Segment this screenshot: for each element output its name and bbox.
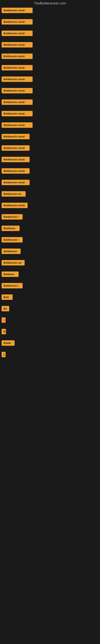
list-item: Bottleneck result bbox=[0, 203, 100, 210]
site-title: TheBottlenecker.com bbox=[0, 0, 100, 8]
bottleneck-result-badge: Bottleneck result bbox=[1, 88, 33, 94]
bottleneck-result-badge: Bottleneck result bbox=[1, 30, 33, 36]
bottleneck-result-badge: Bottleneck result bbox=[1, 122, 33, 128]
bottleneck-result-badge: Bottleneck result bbox=[1, 134, 30, 139]
list-item: Bottleneck result bbox=[0, 134, 100, 142]
bottleneck-result-badge: Bottleneck result bbox=[1, 111, 33, 116]
bottleneck-result-badge: Bottleneck res bbox=[1, 260, 25, 266]
list-item: Bottleneck result bbox=[0, 100, 100, 107]
bottleneck-result-badge: B bbox=[1, 329, 6, 334]
bottleneck-result-badge: Bottleneck result bbox=[1, 100, 33, 105]
bottleneck-result-badge: Bo bbox=[1, 306, 9, 311]
list-item: Bottleneck result bbox=[0, 76, 100, 84]
list-item: Bottleneck result bbox=[0, 157, 100, 164]
bottleneck-result-badge: Bottleneck result bbox=[1, 65, 33, 70]
list-item: Bottleneck r bbox=[0, 283, 100, 291]
list-item: Bottlene bbox=[0, 272, 100, 279]
list-item: Bottleneck result bbox=[0, 8, 100, 16]
list-item: | bbox=[0, 352, 100, 360]
bottleneck-result-badge: Bottleneck r bbox=[1, 237, 23, 242]
bottleneck-result-badge: | bbox=[1, 352, 6, 357]
bottleneck-result-badge: Bottleneck r bbox=[1, 283, 23, 288]
bottleneck-result-badge: Bottleneck r bbox=[1, 214, 23, 220]
bottleneck-result-badge: Bottleneck result bbox=[1, 180, 30, 185]
list-item: Bottle bbox=[0, 340, 100, 348]
list-item: Bottleneck result bbox=[0, 19, 100, 27]
list-item: Bottleneck r bbox=[0, 237, 100, 245]
list-item: Bottleneck result bbox=[0, 54, 100, 62]
list-item: Bottleneck result bbox=[0, 30, 100, 38]
bottleneck-result-badge: Bottleneck result bbox=[1, 145, 30, 151]
list-item: Bottleneck r bbox=[0, 214, 100, 222]
list-item: Bottleneck bbox=[0, 248, 100, 256]
list-item: Bottleneck result bbox=[0, 111, 100, 119]
list-item: Bottleneck result bbox=[0, 122, 100, 130]
bottleneck-result-badge: Bottlene bbox=[1, 272, 19, 277]
bottleneck-result-badge: Bottleneck bbox=[1, 248, 21, 254]
list-item: Bott bbox=[0, 294, 100, 302]
list-item: Bottlenec bbox=[0, 226, 100, 234]
bottleneck-result-badge: Bottleneck result bbox=[1, 157, 30, 162]
bottleneck-result-badge: | bbox=[1, 317, 6, 323]
list-item: Bottleneck result bbox=[0, 180, 100, 188]
bottleneck-result-badge: Bottleneck result bbox=[1, 203, 28, 208]
list-item: Bottleneck res bbox=[0, 191, 100, 199]
bottleneck-result-badge: Bottleneck result bbox=[1, 168, 30, 174]
bottleneck-result-badge: Bottleneck result bbox=[1, 76, 33, 82]
bottleneck-result-badge: Bottleneck result bbox=[1, 8, 33, 13]
list-item: Bottleneck result bbox=[0, 88, 100, 96]
list-item: Bottleneck res bbox=[0, 260, 100, 268]
list-item: Bottleneck result bbox=[0, 42, 100, 50]
list-item: Bottleneck result bbox=[0, 145, 100, 153]
list-item: Bo bbox=[0, 306, 100, 314]
bottleneck-result-badge: Bott bbox=[1, 294, 13, 300]
bottleneck-result-badge: Bottlenec bbox=[1, 226, 20, 231]
bottleneck-result-badge: Bottleneck result bbox=[1, 42, 33, 48]
bottleneck-result-badge: Bottle bbox=[1, 340, 15, 346]
list-item: Bottleneck result bbox=[0, 65, 100, 73]
bottleneck-result-badge: Bottleneck result bbox=[1, 19, 33, 24]
bottleneck-result-badge: Bottleneck res bbox=[1, 191, 26, 196]
list-item: B bbox=[0, 329, 100, 337]
list-item: Bottleneck result bbox=[0, 168, 100, 176]
bottleneck-result-badge: Bottleneck result bbox=[1, 54, 33, 59]
list-item: | bbox=[0, 317, 100, 325]
